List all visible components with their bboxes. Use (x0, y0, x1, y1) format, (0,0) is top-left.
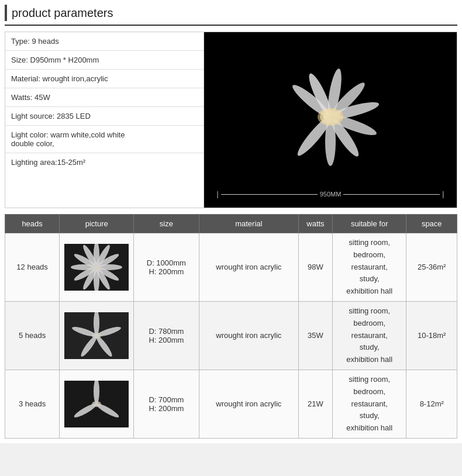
cell-heads-0: 12 heads (5, 233, 60, 302)
cell-material-2: wrought iron acrylic (199, 370, 299, 438)
table-wrapper: heads picture size material watts suitab… (5, 214, 457, 439)
cell-material-1: wrought iron acrylic (199, 301, 299, 370)
svg-point-41 (92, 401, 101, 407)
spec-type: Type: 9 heads (5, 32, 204, 51)
section-header: product parameters (5, 5, 457, 26)
spec-material: Material: wrought iron,acrylic (5, 70, 204, 88)
cell-heads-1: 5 heads (5, 301, 60, 370)
product-specs: Type: 9 heads Size: D950mm * H200mm Mate… (5, 32, 204, 208)
cell-watts-2: 21W (299, 370, 333, 438)
spec-light-color: Light color: warm white,cold whitedouble… (5, 126, 204, 153)
cell-size-1: D: 780mmH: 200mm (134, 301, 199, 370)
cell-material-0: wrought iron acrylic (199, 233, 299, 302)
product-image-area: | 950MM | (204, 32, 457, 208)
cell-space-0: 25-36m² (406, 233, 457, 302)
spec-size: Size: D950mm * H200mm (5, 51, 204, 70)
cell-watts-0: 98W (299, 233, 333, 302)
cell-suitable-0: sitting room,bedroom,restaurant,study,ex… (332, 233, 406, 302)
col-space: space (406, 215, 457, 233)
cell-size-0: D: 1000mmH: 200mm (134, 233, 199, 302)
cell-suitable-1: sitting room,bedroom,restaurant,study,ex… (332, 301, 406, 370)
product-table: heads picture size material watts suitab… (5, 214, 457, 439)
col-heads: heads (5, 215, 60, 233)
dimension-label: 950MM (320, 191, 342, 198)
chandelier-image (204, 38, 457, 190)
svg-point-35 (92, 333, 101, 339)
spec-lighting-area: Lighting area:15-25m² (5, 153, 204, 171)
col-size: size (134, 215, 199, 233)
cell-picture-0 (60, 233, 134, 302)
table-header-row: heads picture size material watts suitab… (5, 215, 457, 233)
spec-watts: Watts: 45W (5, 88, 204, 107)
col-watts: watts (299, 215, 333, 233)
page-wrapper: product parameters Type: 9 heads Size: D… (0, 0, 462, 443)
table-row: 12 heads (5, 233, 457, 302)
svg-point-27 (92, 264, 101, 270)
spec-light-source: Light source: 2835 LED (5, 107, 204, 126)
cell-heads-2: 3 heads (5, 370, 60, 438)
section-bar (5, 5, 7, 21)
cell-suitable-2: sitting room,bedroom,restaurant,study,ex… (332, 370, 406, 438)
cell-size-2: D: 700mmH: 200mm (134, 370, 199, 438)
section-title: product parameters (12, 6, 113, 20)
svg-point-12 (318, 108, 343, 126)
cell-picture-2 (60, 370, 134, 438)
cell-space-1: 10-18m² (406, 301, 457, 370)
cell-space-2: 8-12m² (406, 370, 457, 438)
table-row: 5 heads D: 780mmH: 200mm (5, 301, 457, 370)
dimension-bar: | 950MM | (217, 190, 444, 202)
product-info-area: Type: 9 heads Size: D950mm * H200mm Mate… (5, 32, 457, 208)
cell-watts-1: 35W (299, 301, 333, 370)
col-picture: picture (60, 215, 134, 233)
col-suitable: suitable for (332, 215, 406, 233)
table-row: 3 heads D: 700mmH: 200mm wrought iron ac… (5, 370, 457, 438)
col-material: material (199, 215, 299, 233)
cell-picture-1 (60, 301, 134, 370)
